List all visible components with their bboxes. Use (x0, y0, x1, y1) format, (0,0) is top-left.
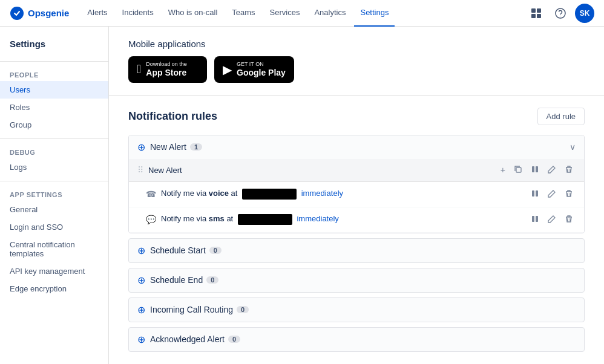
sidebar-item-group[interactable]: Group (0, 116, 108, 134)
svg-rect-7 (532, 166, 534, 172)
new-alert-chevron-icon: ∨ (570, 142, 576, 152)
sms-delete-btn[interactable] (562, 213, 576, 226)
grid-icon (531, 8, 542, 19)
copy-icon (514, 165, 522, 174)
help-icon (555, 8, 566, 19)
google-play-badge[interactable]: ▶ GET IT ON Google Play (214, 56, 294, 83)
rule-group-schedule-end-header[interactable]: ⊕ Schedule End 0 (129, 268, 584, 292)
svg-rect-10 (536, 190, 538, 197)
sms-edit-btn[interactable] (545, 213, 559, 226)
sidebar-item-roles[interactable]: Roles (0, 99, 108, 116)
app-store-label-small: Download on the (146, 61, 187, 68)
sms-redacted (238, 214, 292, 225)
sidebar-section-people: PEOPLE (0, 67, 108, 81)
app-store-badge[interactable]:  Download on the App Store (128, 56, 207, 83)
drag-handle-icon[interactable]: ⠿ (137, 165, 143, 175)
sidebar-divider-3 (0, 181, 108, 181)
notify-row-sms-wrapper: 💬 Notify me via sms at immediately (129, 207, 584, 233)
rule-group-incoming-call-header[interactable]: ⊕ Incoming Call Routing 0 (129, 298, 584, 322)
notify-voice-actions (528, 188, 576, 201)
rule-item-new-alert-name: New Alert (148, 166, 182, 175)
rule-group-new-alert-name: New Alert (150, 142, 186, 152)
acknowledged-name: Acknowledged Alert (150, 334, 225, 344)
voice-redacted (242, 189, 297, 200)
sms-pause-btn[interactable] (528, 213, 542, 226)
rule-copy-btn[interactable] (511, 164, 525, 177)
voice-pause-icon (531, 189, 539, 198)
store-badges:  Download on the App Store ▶ GET IT ON … (128, 56, 585, 83)
voice-edit-btn[interactable] (545, 188, 559, 201)
rule-group-new-alert: ⊕ New Alert 1 ∨ ⠿ New Alert + (128, 135, 585, 233)
nav-who-is-on-call[interactable]: Who is on-call (162, 0, 224, 27)
incoming-call-icon: ⊕ (137, 304, 145, 316)
nav-teams[interactable]: Teams (226, 0, 261, 27)
topnav-right: SK (527, 4, 594, 23)
rule-group-schedule-end: ⊕ Schedule End 0 (128, 268, 585, 293)
rule-group-schedule-start: ⊕ Schedule Start 0 (128, 238, 585, 263)
new-alert-plus-icon: ⊕ (137, 141, 145, 153)
mobile-apps-section: Mobile applications  Download on the Ap… (109, 27, 604, 96)
svg-rect-13 (536, 216, 538, 222)
new-alert-badge: 1 (190, 143, 202, 151)
rule-item-new-alert-header: ⠿ New Alert + (129, 159, 584, 182)
sidebar-item-central-notification[interactable]: Central notification templates (0, 236, 108, 262)
mobile-apps-title: Mobile applications (128, 39, 585, 49)
main-content: Mobile applications  Download on the Ap… (109, 27, 604, 364)
notify-sms-actions (528, 213, 576, 226)
sidebar-section-app-settings: APP SETTINGS (0, 186, 108, 201)
rule-group-new-alert-header[interactable]: ⊕ New Alert 1 ∨ (129, 135, 584, 159)
app-store-text: Download on the App Store (146, 61, 187, 78)
sidebar-item-logs[interactable]: Logs (0, 158, 108, 176)
notification-rules-header: Notification rules Add rule (128, 108, 585, 125)
svg-rect-1 (531, 8, 536, 13)
nav-alerts[interactable]: Alerts (81, 0, 113, 27)
grid-icon-btn[interactable] (527, 4, 546, 23)
rule-pause-btn[interactable] (528, 164, 542, 177)
sms-pause-icon (531, 215, 539, 223)
google-play-label-small: GET IT ON (237, 61, 286, 68)
sidebar-section-debug: DEBUG (0, 144, 108, 158)
voice-delete-btn[interactable] (562, 188, 576, 201)
rule-delete-btn[interactable] (562, 164, 576, 177)
add-rule-button[interactable]: Add rule (537, 108, 585, 125)
user-avatar[interactable]: SK (575, 4, 594, 23)
notify-voice-text: Notify me via voice at immediately (161, 189, 343, 200)
schedule-start-name: Schedule Start (150, 245, 206, 255)
voice-pause-btn[interactable] (528, 188, 542, 201)
nav-incidents[interactable]: Incidents (116, 0, 160, 27)
schedule-start-badge: 0 (209, 247, 222, 254)
rule-add-btn[interactable]: + (498, 164, 508, 176)
pause-icon (531, 165, 539, 174)
logo[interactable]: Opsgenie (10, 6, 69, 21)
sidebar-item-general[interactable]: General (0, 201, 108, 218)
voice-immediately: immediately (301, 189, 343, 198)
nav-analytics[interactable]: Analytics (308, 0, 352, 27)
svg-rect-12 (532, 216, 534, 222)
schedule-end-icon: ⊕ (137, 275, 145, 286)
rule-item-actions: + (498, 164, 576, 177)
rule-edit-btn[interactable] (545, 164, 559, 177)
voice-trash-icon (565, 189, 573, 198)
schedule-start-icon: ⊕ (137, 245, 145, 256)
sms-icon: 💬 (146, 215, 156, 224)
sidebar-item-api-key[interactable]: API key management (0, 262, 108, 280)
svg-point-0 (10, 7, 24, 20)
notify-row-sms: 💬 Notify me via sms at immediately (129, 207, 584, 233)
sms-trash-icon (565, 215, 573, 223)
sidebar-item-login-sso[interactable]: Login and SSO (0, 218, 108, 236)
sidebar-item-users[interactable]: Users (0, 81, 108, 99)
rule-group-schedule-start-header[interactable]: ⊕ Schedule Start 0 (129, 239, 584, 262)
help-icon-btn[interactable] (551, 4, 570, 23)
sms-edit-icon (548, 215, 556, 223)
sidebar-item-edge-encryption[interactable]: Edge encryption (0, 280, 108, 297)
trash-icon (565, 165, 573, 174)
nav-settings[interactable]: Settings (354, 0, 395, 27)
svg-rect-8 (536, 166, 538, 172)
rule-group-acknowledged-alert-header[interactable]: ⊕ Acknowledged Alert 0 (129, 328, 584, 351)
voice-icon: ☎ (146, 189, 156, 199)
sidebar: Settings PEOPLE Users Roles Group DEBUG … (0, 27, 109, 364)
apple-icon:  (137, 62, 141, 76)
google-play-icon: ▶ (223, 62, 232, 77)
nav-services[interactable]: Services (264, 0, 306, 27)
svg-rect-3 (531, 14, 536, 18)
